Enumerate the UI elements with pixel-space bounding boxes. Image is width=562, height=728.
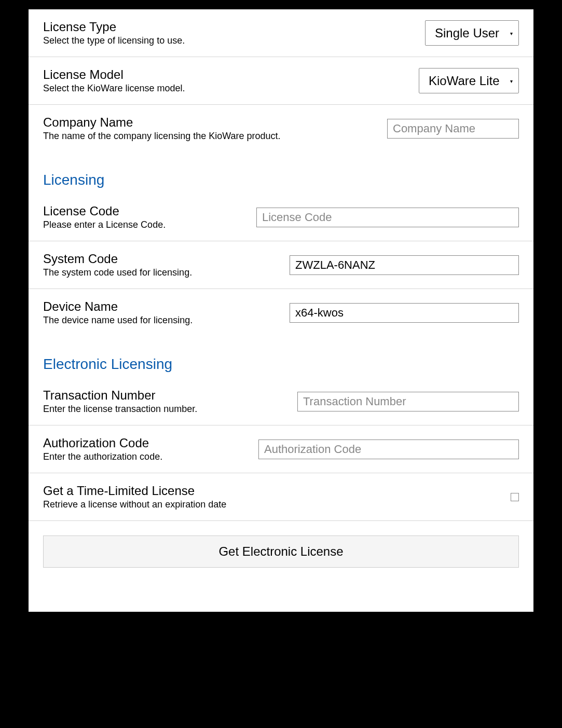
license-panel: License Type Select the type of licensin… xyxy=(29,9,533,612)
license-model-desc: Select the KioWare license model. xyxy=(43,83,185,94)
auth-code-desc: Enter the authorization code. xyxy=(43,451,162,462)
device-name-title: Device Name xyxy=(43,299,193,314)
company-name-label-block: Company Name The name of the company lic… xyxy=(43,115,281,142)
license-code-title: License Code xyxy=(43,204,166,218)
auth-code-label-block: Authorization Code Enter the authorizati… xyxy=(43,436,162,462)
transaction-number-label-block: Transaction Number Enter the license tra… xyxy=(43,388,197,415)
license-type-title: License Type xyxy=(43,20,185,34)
license-type-select-wrapper: Single User xyxy=(425,20,519,46)
license-type-select[interactable]: Single User xyxy=(425,20,519,46)
device-name-row: Device Name The device name used for lic… xyxy=(29,289,533,336)
license-type-label-block: License Type Select the type of licensin… xyxy=(43,20,185,46)
license-code-label-block: License Code Please enter a License Code… xyxy=(43,204,166,230)
transaction-number-row: Transaction Number Enter the license tra… xyxy=(29,378,533,425)
license-model-title: License Model xyxy=(43,67,185,82)
action-row: Get Electronic License xyxy=(29,521,533,582)
auth-code-input[interactable] xyxy=(258,439,519,459)
company-name-input[interactable] xyxy=(387,119,519,139)
get-electronic-license-button[interactable]: Get Electronic License xyxy=(43,535,519,568)
device-name-input[interactable] xyxy=(290,303,519,323)
license-code-row: License Code Please enter a License Code… xyxy=(29,194,533,241)
license-model-label-block: License Model Select the KioWare license… xyxy=(43,67,185,94)
auth-code-row: Authorization Code Enter the authorizati… xyxy=(29,425,533,473)
licensing-section-header: Licensing xyxy=(29,152,533,194)
time-limited-title: Get a Time-Limited License xyxy=(43,484,226,498)
company-name-title: Company Name xyxy=(43,115,281,130)
auth-code-title: Authorization Code xyxy=(43,436,162,450)
device-name-label-block: Device Name The device name used for lic… xyxy=(43,299,193,326)
time-limited-label-block: Get a Time-Limited License Retrieve a li… xyxy=(43,484,226,510)
company-name-row: Company Name The name of the company lic… xyxy=(29,105,533,152)
license-model-select-wrapper: KioWare Lite xyxy=(419,68,519,93)
transaction-number-desc: Enter the license transaction number. xyxy=(43,404,197,415)
time-limited-desc: Retrieve a license without an expiration… xyxy=(43,499,226,510)
license-type-row: License Type Select the type of licensin… xyxy=(29,9,533,57)
time-limited-checkbox[interactable] xyxy=(511,493,519,501)
license-model-row: License Model Select the KioWare license… xyxy=(29,57,533,105)
license-code-input[interactable] xyxy=(256,208,519,227)
transaction-number-input[interactable] xyxy=(297,392,519,411)
license-type-desc: Select the type of licensing to use. xyxy=(43,35,185,46)
license-model-select[interactable]: KioWare Lite xyxy=(419,68,519,93)
system-code-input[interactable] xyxy=(290,255,519,275)
transaction-number-title: Transaction Number xyxy=(43,388,197,403)
system-code-row: System Code The system code used for lic… xyxy=(29,241,533,289)
company-name-desc: The name of the company licensing the Ki… xyxy=(43,131,281,142)
system-code-desc: The system code used for licensing. xyxy=(43,267,192,278)
time-limited-row: Get a Time-Limited License Retrieve a li… xyxy=(29,473,533,521)
system-code-title: System Code xyxy=(43,252,192,266)
system-code-label-block: System Code The system code used for lic… xyxy=(43,252,192,278)
device-name-desc: The device name used for licensing. xyxy=(43,315,193,326)
electronic-licensing-section-header: Electronic Licensing xyxy=(29,336,533,378)
license-code-desc: Please enter a License Code. xyxy=(43,219,166,230)
